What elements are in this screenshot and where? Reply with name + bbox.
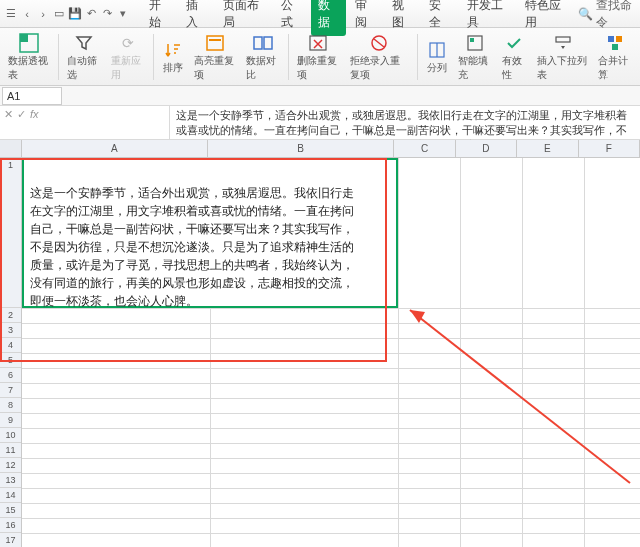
sort-label: 排序 [163, 61, 183, 75]
fill-button[interactable]: 智能填充 [454, 30, 496, 84]
compare-label: 数据对比 [246, 54, 280, 82]
dropdown-icon[interactable]: ▾ [116, 6, 130, 22]
row-header[interactable]: 14 [0, 488, 21, 503]
row-header[interactable]: 9 [0, 413, 21, 428]
menu-bar: ☰ ‹ › ▭ 💾 ↶ ↷ ▾ 开始 插入 页面布局 公式 数据 审阅 视图 安… [0, 0, 640, 28]
removedup-button[interactable]: 删除重复项 [293, 30, 343, 84]
row-header[interactable]: 13 [0, 473, 21, 488]
cancel-icon[interactable]: ✕ [4, 108, 13, 121]
svg-rect-14 [616, 36, 622, 42]
row-header[interactable]: 15 [0, 503, 21, 518]
compare-button[interactable]: 数据对比 [242, 30, 284, 84]
highlight-button[interactable]: 高亮重复项 [190, 30, 240, 84]
menu-icon[interactable]: ☰ [4, 6, 18, 22]
split-button[interactable]: 分列 [422, 30, 452, 84]
search-box[interactable]: 🔍 查找命令 [578, 0, 636, 31]
formula-text[interactable]: 这是一个安静季节，适合外出观赏，或独居遐思。我依旧行走在文字的江湖里，用文字堆积… [170, 106, 640, 139]
column-headers: ABCDEF [0, 140, 640, 158]
forward-icon[interactable]: › [36, 6, 50, 22]
filter-button[interactable]: 自动筛选 [63, 30, 105, 84]
svg-rect-2 [207, 36, 223, 50]
svg-rect-5 [264, 37, 272, 49]
row-header[interactable]: 12 [0, 458, 21, 473]
fx-icon[interactable]: fx [30, 108, 39, 120]
highlight-label: 高亮重复项 [194, 54, 236, 82]
sort-button[interactable]: 排序 [158, 30, 188, 84]
save-icon[interactable]: 💾 [68, 6, 82, 22]
consolidate-button[interactable]: 合并计算 [594, 30, 636, 84]
row-header[interactable]: 8 [0, 398, 21, 413]
row-header[interactable]: 6 [0, 368, 21, 383]
pivot-label: 数据透视表 [8, 54, 50, 82]
svg-line-16 [410, 310, 630, 483]
reapply-label: 重新应用 [111, 54, 145, 82]
filter-label: 自动筛选 [67, 54, 101, 82]
ribbon: 数据透视表 自动筛选 ⟳重新应用 排序 高亮重复项 数据对比 删除重复项 拒绝录… [0, 28, 640, 86]
insertlist-label: 插入下拉列表 [537, 54, 588, 82]
reapply-button[interactable]: ⟳重新应用 [107, 30, 149, 84]
row-header[interactable]: 11 [0, 443, 21, 458]
svg-rect-13 [608, 36, 614, 42]
row-header[interactable]: 7 [0, 383, 21, 398]
reject-label: 拒绝录入重复项 [350, 54, 409, 82]
name-box[interactable]: A1 [2, 87, 62, 105]
row-header[interactable]: 2 [0, 308, 21, 323]
row-header[interactable]: 5 [0, 353, 21, 368]
back-icon[interactable]: ‹ [20, 6, 34, 22]
valid-label: 有效性 [502, 54, 527, 82]
undo-icon[interactable]: ↶ [84, 6, 98, 22]
row-header[interactable]: 4 [0, 338, 21, 353]
pivot-button[interactable]: 数据透视表 [4, 30, 54, 84]
reject-button[interactable]: 拒绝录入重复项 [346, 30, 413, 84]
col-header[interactable]: B [208, 140, 394, 157]
col-header[interactable]: C [394, 140, 455, 157]
confirm-icon[interactable]: ✓ [17, 108, 26, 121]
row-headers: 1234567891011121314151617 [0, 158, 22, 547]
consolidate-label: 合并计算 [598, 54, 632, 82]
col-header[interactable]: F [579, 140, 640, 157]
svg-rect-11 [470, 38, 474, 42]
col-header[interactable]: A [22, 140, 208, 157]
row-header[interactable]: 17 [0, 533, 21, 547]
row-header[interactable]: 3 [0, 323, 21, 338]
svg-rect-1 [20, 34, 28, 42]
split-label: 分列 [427, 61, 447, 75]
cell-a1-text: 这是一个安静季节，适合外出观赏，或独居遐思。我依旧行走 在文字的江湖里，用文字堆… [22, 178, 394, 316]
col-header[interactable]: D [456, 140, 517, 157]
select-all-corner[interactable] [0, 140, 22, 157]
name-bar: A1 [0, 86, 640, 106]
row-header[interactable]: 16 [0, 518, 21, 533]
fill-label: 智能填充 [458, 54, 492, 82]
removedup-label: 删除重复项 [297, 54, 339, 82]
valid-button[interactable]: 有效性 [498, 30, 531, 84]
col-header[interactable]: E [517, 140, 578, 157]
svg-rect-3 [209, 39, 221, 41]
row-header[interactable]: 10 [0, 428, 21, 443]
svg-rect-15 [612, 44, 618, 50]
annotation-arrow [395, 298, 635, 488]
grid[interactable]: 1234567891011121314151617 这是一个安静季节，适合外出观… [0, 158, 640, 547]
row-header[interactable]: 1 [0, 158, 21, 308]
formula-bar: ✕ ✓ fx 这是一个安静季节，适合外出观赏，或独居遐思。我依旧行走在文字的江湖… [0, 106, 640, 140]
insertlist-button[interactable]: 插入下拉列表 [533, 30, 592, 84]
svg-rect-4 [254, 37, 262, 49]
search-label: 查找命令 [596, 0, 636, 31]
folder-icon[interactable]: ▭ [52, 6, 66, 22]
redo-icon[interactable]: ↷ [100, 6, 114, 22]
svg-rect-12 [556, 37, 570, 42]
